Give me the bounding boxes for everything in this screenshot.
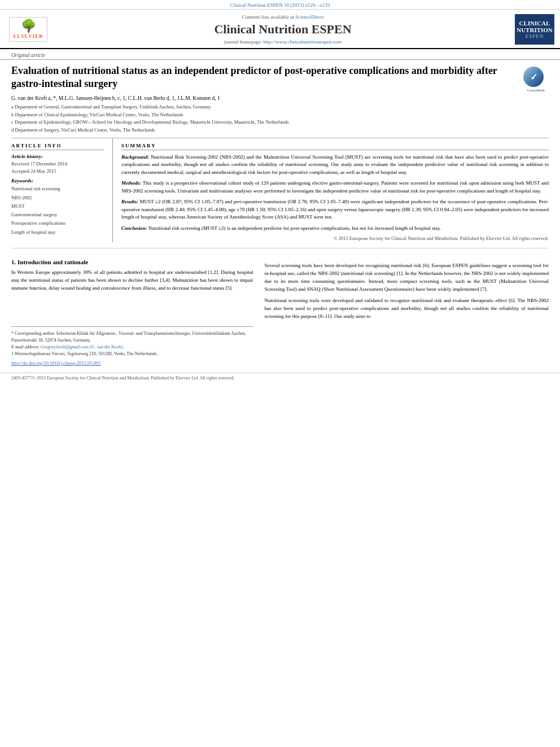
received-date: Received 17 December 2014	[11, 160, 104, 168]
journal-citation: Clinical Nutrition ESPEN 10 (2015) e129—…	[0, 0, 560, 10]
affiliation-c: c Department of Epidemiology, GROW—Schoo…	[11, 119, 518, 126]
main-content: ARTICLE INFO Article history: Received 1…	[11, 138, 549, 242]
body-right-column: Several screening tools have been develo…	[264, 254, 549, 357]
journal-header: 🌳 ELSEVIER Contents lists available at S…	[0, 10, 560, 49]
keyword-1: Nutritional risk screening	[11, 185, 104, 193]
doi-section: http://dx.doi.org/10.1016/j.clnesp.2015.…	[0, 357, 560, 368]
article-info-header: ARTICLE INFO	[11, 143, 104, 150]
elsevier-logo: 🌳 ELSEVIER	[6, 14, 51, 45]
affiliation-a: a Department of General, Gastrointestina…	[11, 103, 518, 111]
homepage-url[interactable]: http://www.clinicalnutritionespen.com	[264, 39, 342, 45]
keyword-6: Length of hospital stay	[11, 228, 104, 237]
background-label: Background:	[121, 154, 149, 160]
methods-para: Methods: This study is a prospective obs…	[121, 180, 549, 195]
conclusion-label: Conclusion:	[121, 225, 147, 231]
sciencedirect-link[interactable]: ScienceDirect	[295, 14, 323, 20]
keyword-5: Postoperative complications	[11, 219, 104, 228]
background-text: Nutritional Risk Screening-2002 (NRS-200…	[121, 154, 549, 175]
article-info-column: ARTICLE INFO Article history: Received 1…	[11, 138, 113, 242]
background-para: Background: Nutritional Risk Screening-2…	[121, 154, 549, 177]
methods-label: Methods:	[121, 180, 141, 186]
intro-paragraph-right-1: Several screening tools have been develo…	[264, 262, 549, 294]
header-center: Contents lists available at ScienceDirec…	[51, 14, 515, 45]
accepted-date: Accepted 24 May 2015	[11, 168, 104, 175]
summary-header: SUMMARY	[121, 143, 549, 150]
homepage-line: journal homepage: http://www.clinicalnut…	[56, 39, 509, 45]
summary-column: SUMMARY Background: Nutritional Risk Scr…	[113, 138, 549, 242]
results-para: Results: MUST ≥2 (OR 2.87; 95% CI 1.05–7…	[121, 198, 549, 221]
results-label: Results:	[121, 199, 138, 204]
affiliation-b: b Department of Clinical Epidemiology, V…	[11, 111, 518, 119]
keywords-list: Nutritional risk screening NRS-2002 MUST…	[11, 185, 104, 237]
journal-title: Clinical Nutrition ESPEN	[56, 22, 509, 37]
intro-section-title: 1. Introduction and rationale	[11, 259, 253, 265]
article-type: Original article	[0, 49, 560, 60]
bottom-bar: 2405-4577/© 2015 European Society for Cl…	[0, 373, 560, 383]
journal-logo-box: CLINICALNUTRITION ESPEN	[515, 14, 554, 45]
espen-logo-text: ESPEN	[526, 33, 544, 39]
keyword-3: MUST	[11, 202, 104, 211]
body-section: 1. Introduction and rationale In Western…	[0, 254, 560, 357]
affiliation-d: d Department of Surgery, VieCuri Medical…	[11, 126, 518, 134]
article-title-block: Evaluation of nutritional status as an i…	[11, 64, 518, 134]
footnote-email: E-mail address: Gregory.kroft@gmail.com …	[11, 344, 253, 351]
footnote-divider	[11, 326, 253, 327]
conclusion-text: Nutritional risk screening (MUST ≥2) is …	[148, 225, 441, 231]
authors-line: G. van der Kroft a, *, M.L.G. Janssen-He…	[11, 95, 518, 101]
article-history-label: Article history:	[11, 154, 104, 159]
keywords-label: Keywords:	[11, 178, 104, 184]
footnote-1-text: 1 Wetenschapsbureau Viecuri, Tegelseweg …	[11, 351, 253, 357]
elsevier-brand-name: ELSEVIER	[13, 33, 43, 39]
affiliations: a Department of General, Gastrointestina…	[11, 103, 518, 134]
copyright-line: © 2015 European Society for Clinical Nut…	[121, 235, 549, 242]
email-link[interactable]: Gregory.kroft@gmail.com (G. van der Krof…	[41, 344, 124, 350]
section-divider	[11, 248, 549, 248]
article-header: Evaluation of nutritional status as an i…	[0, 60, 560, 138]
body-left-column: 1. Introduction and rationale In Western…	[11, 254, 253, 357]
methods-text: This study is a prospective observationa…	[121, 180, 549, 194]
conclusion-para: Conclusion: Nutritional risk screening (…	[121, 225, 549, 233]
crossmark-label: CrossMark	[523, 88, 549, 93]
keyword-4: Gastrointestinal surgery	[11, 211, 104, 219]
crossmark-icon: ✓	[523, 67, 544, 87]
results-text: MUST ≥2 (OR 2.87; 95% CI 1.05–7.87) and …	[121, 199, 549, 220]
crossmark-logo[interactable]: ✓ CrossMark	[523, 67, 549, 93]
intro-paragraph-right-2: Nutritional screening tools were develop…	[264, 297, 549, 321]
elsevier-tree-icon: 🌳	[13, 20, 43, 32]
footnote-star-text: * Corresponding author. Sekretariat Klin…	[11, 330, 253, 344]
keyword-2: NRS-2002	[11, 194, 104, 202]
intro-paragraph-1: In Western Europe approximately 30% of a…	[11, 269, 253, 292]
doi-link[interactable]: http://dx.doi.org/10.1016/j.clnesp.2015.…	[11, 360, 100, 366]
article-title: Evaluation of nutritional status as an i…	[11, 64, 518, 91]
sciencedirect-line: Contents lists available at ScienceDirec…	[56, 14, 509, 20]
issn-line: 2405-4577/© 2015 European Society for Cl…	[11, 375, 549, 381]
